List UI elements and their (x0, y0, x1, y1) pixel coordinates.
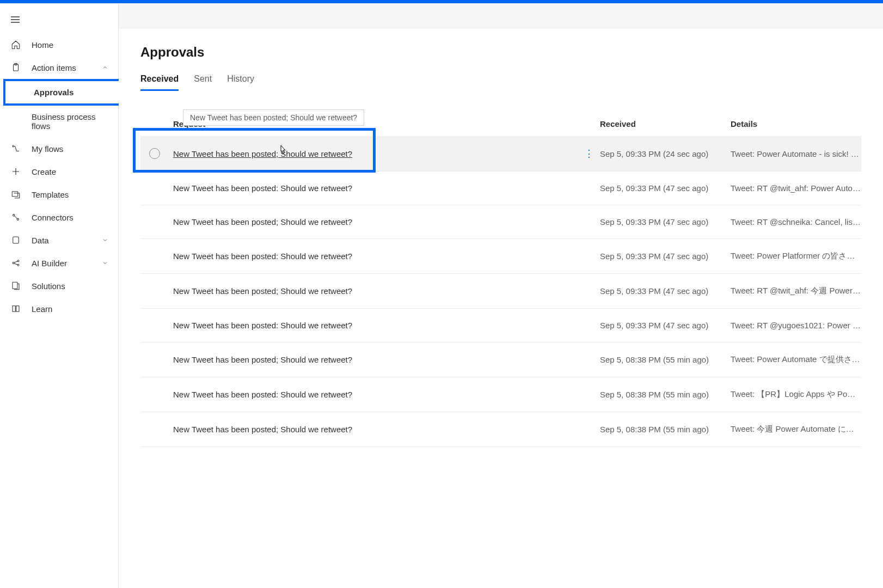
row-details: Tweet: RT @twit_ahf: 今週 Power Aut... (731, 286, 861, 296)
sidebar-item-action-items[interactable]: Action items (0, 56, 118, 79)
svg-point-8 (17, 264, 19, 266)
plus-icon (10, 167, 22, 176)
sidebar-item-my-flows[interactable]: My flows (0, 137, 118, 160)
connectors-icon (10, 212, 22, 222)
ai-builder-icon (10, 258, 22, 268)
row-received: Sep 5, 09:33 PM (47 sec ago) (600, 183, 731, 193)
row-more-icon[interactable]: ⋮ (584, 148, 594, 159)
flow-icon (10, 144, 22, 154)
solutions-icon (10, 281, 22, 291)
list-row[interactable]: New Tweet has been posted; Should we ret… (140, 342, 861, 377)
sidebar-item-solutions[interactable]: Solutions (0, 274, 118, 297)
page-title: Approvals (140, 45, 861, 60)
sidebar-item-label: Learn (32, 304, 52, 314)
sidebar-item-home[interactable]: Home (0, 33, 118, 56)
row-received: Sep 5, 08:38 PM (55 min ago) (600, 390, 731, 399)
svg-rect-5 (13, 237, 19, 243)
book-icon (10, 304, 22, 314)
row-request[interactable]: New Tweet has been posted: Should we ret… (173, 390, 578, 399)
sidebar-item-label: Home (32, 40, 53, 50)
sidebar-item-learn[interactable]: Learn (0, 297, 118, 320)
row-received: Sep 5, 09:33 PM (47 sec ago) (600, 321, 731, 330)
row-details: Tweet: RT @twit_ahf: Power Automat... (731, 183, 861, 193)
data-icon (10, 235, 22, 245)
hamburger-menu[interactable] (0, 8, 118, 33)
tooltip: New Tweet has been posted; Should we ret… (183, 109, 364, 126)
sidebar-item-approvals[interactable]: Approvals (3, 79, 121, 106)
row-request[interactable]: New Tweet has been posted; Should we ret… (173, 425, 578, 434)
sidebar: Home Action items Approvals Business pro… (0, 3, 119, 588)
svg-rect-9 (13, 282, 17, 289)
row-received: Sep 5, 09:33 PM (24 sec ago) (600, 149, 731, 158)
svg-point-3 (13, 215, 15, 216)
list-row[interactable]: New Tweet has been posted; Should we ret… (140, 412, 861, 447)
row-received: Sep 5, 09:33 PM (47 sec ago) (600, 286, 731, 296)
row-request[interactable]: New Tweet has been posted; Should we ret… (173, 286, 578, 296)
hamburger-icon (10, 14, 21, 25)
sidebar-item-business-process-flows[interactable]: Business process flows (0, 106, 118, 137)
sidebar-item-templates[interactable]: Templates (0, 183, 118, 206)
list-row[interactable]: New Tweet has been posted: Should we ret… (140, 309, 861, 342)
tab-received[interactable]: Received (140, 74, 179, 91)
row-request[interactable]: New Tweet has been posted: Should we ret… (173, 183, 578, 193)
chevron-up-icon (102, 63, 108, 72)
svg-rect-2 (12, 192, 18, 197)
row-request[interactable]: New Tweet has been posted: Should we ret… (173, 252, 578, 261)
clipboard-icon (10, 63, 22, 72)
sidebar-item-label: Connectors (32, 213, 73, 222)
sidebar-item-label: Create (32, 167, 56, 176)
sidebar-item-label: Solutions (32, 281, 65, 291)
svg-point-6 (13, 262, 14, 264)
row-details: Tweet: RT @yugoes1021: Power Platf... (731, 321, 861, 330)
chevron-down-icon (102, 236, 108, 245)
row-request[interactable]: New Tweet has been posted; Should we ret… (173, 217, 578, 226)
row-received: Sep 5, 08:38 PM (55 min ago) (600, 425, 731, 434)
row-details: Tweet: Power Platformer の皆さん、... (731, 251, 861, 261)
row-request[interactable]: New Tweet has been posted: Should we ret… (173, 321, 578, 330)
list-row[interactable]: New Tweet has been posted; Should we ret… (140, 136, 861, 171)
sidebar-item-connectors[interactable]: Connectors (0, 206, 118, 229)
list-row[interactable]: New Tweet has been posted: Should we ret… (140, 171, 861, 205)
sidebar-item-ai-builder[interactable]: AI Builder (0, 252, 118, 274)
row-received: Sep 5, 09:33 PM (47 sec ago) (600, 217, 731, 226)
sidebar-item-label: AI Builder (32, 259, 67, 268)
sidebar-item-label: Data (32, 236, 49, 245)
row-select-radio[interactable] (149, 148, 160, 159)
sidebar-item-label: Approvals (34, 88, 73, 97)
main-area: Approvals Received Sent History New Twee… (119, 3, 883, 588)
row-request[interactable]: New Tweet has been posted; Should we ret… (173, 149, 578, 158)
row-received: Sep 5, 09:33 PM (47 sec ago) (600, 252, 731, 261)
row-details: Tweet: 【PR】Logic Apps や Power A... (731, 389, 861, 400)
row-details: Tweet: 今週 Power Automate に追加... (731, 424, 861, 434)
tab-sent[interactable]: Sent (194, 74, 212, 91)
tabs: Received Sent History (140, 74, 861, 91)
list-row[interactable]: New Tweet has been posted; Should we ret… (140, 205, 861, 239)
sidebar-item-label: Templates (32, 190, 69, 199)
chevron-down-icon (102, 259, 108, 268)
tab-history[interactable]: History (227, 74, 254, 91)
header-spacer (119, 3, 883, 28)
home-icon (10, 40, 22, 50)
templates-icon (10, 189, 22, 199)
list-row[interactable]: New Tweet has been posted: Should we ret… (140, 377, 861, 412)
row-details: Tweet: RT @schneika: Cancel, list, rea..… (731, 217, 861, 226)
row-details: Tweet: Power Automate - is sick! Na... (731, 149, 861, 158)
sidebar-item-label: Action items (32, 63, 76, 72)
row-details: Tweet: Power Automate で提供され... (731, 354, 861, 365)
sidebar-item-data[interactable]: Data (0, 229, 118, 252)
sidebar-item-label: Business process flows (32, 112, 96, 131)
list-row[interactable]: New Tweet has been posted: Should we ret… (140, 239, 861, 274)
row-received: Sep 5, 08:38 PM (55 min ago) (600, 355, 731, 364)
col-header-details[interactable]: Details (731, 119, 861, 128)
svg-point-4 (17, 218, 19, 220)
svg-point-7 (17, 260, 19, 262)
sidebar-item-create[interactable]: Create (0, 160, 118, 183)
col-header-received[interactable]: Received (600, 119, 731, 128)
sidebar-item-label: My flows (32, 144, 63, 154)
row-request[interactable]: New Tweet has been posted; Should we ret… (173, 355, 578, 364)
approvals-list: New Tweet has been posted; Should we ret… (140, 113, 861, 447)
list-row[interactable]: New Tweet has been posted; Should we ret… (140, 274, 861, 309)
